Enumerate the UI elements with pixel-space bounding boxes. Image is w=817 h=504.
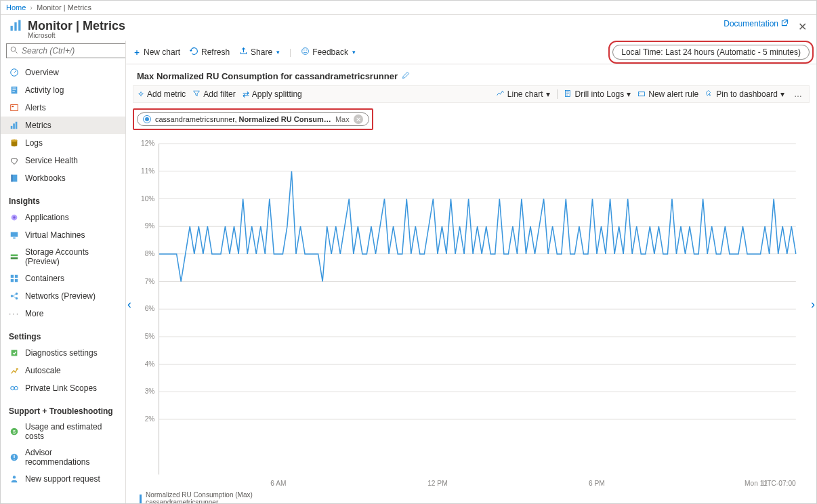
chevron-down-icon: ▾: [546, 89, 550, 99]
share-button[interactable]: Share▾: [239, 47, 280, 58]
edit-title-icon[interactable]: [402, 71, 410, 81]
svg-rect-21: [13, 238, 16, 239]
sidebar-item-networks-preview-[interactable]: Networks (Preview): [1, 287, 125, 305]
svg-point-43: [640, 93, 640, 93]
metric-chip[interactable]: cassandrametricsrunner, Normalized RU Co…: [137, 112, 369, 126]
svg-point-40: [306, 49, 307, 50]
svg-point-38: [302, 48, 309, 55]
sidebar-item-logs[interactable]: Logs: [1, 134, 125, 152]
sidebar-item-private-link-scopes[interactable]: Private Link Scopes: [1, 379, 125, 397]
line-chart-icon: [496, 89, 505, 100]
logs-icon: [564, 89, 572, 100]
page-title: Monitor | Metrics Microsoft: [28, 19, 125, 39]
svg-text:3%: 3%: [145, 387, 155, 395]
more-icon: ···: [9, 308, 20, 319]
chart-nav-left[interactable]: ‹: [127, 297, 131, 312]
remove-chip-icon[interactable]: ✕: [354, 114, 363, 124]
chart-nav-right[interactable]: ›: [811, 297, 815, 312]
time-range-picker[interactable]: Local Time: Last 24 hours (Automatic - 5…: [612, 45, 810, 60]
containers-icon: [9, 273, 20, 284]
content: ＋ New chart Refresh Share▾ |: [126, 41, 816, 503]
drill-into-logs-button[interactable]: Drill into Logs▾: [564, 89, 631, 100]
svg-rect-13: [13, 123, 15, 129]
svg-rect-27: [15, 279, 18, 282]
sidebar-item-advisor-recommendations[interactable]: Advisor recommendations: [1, 444, 125, 470]
chevron-down-icon: ▾: [627, 89, 631, 99]
line-chart[interactable]: 2%3%4%5%6%7%8%9%10%11%12%6 AM12 PM6 PMMo…: [140, 141, 803, 488]
sidebar-item-autoscale[interactable]: Autoscale: [1, 362, 125, 379]
svg-text:6%: 6%: [145, 305, 155, 312]
legend-color-bar: [140, 495, 142, 504]
autoscale-icon: [9, 365, 20, 376]
sidebar-item-storage-accounts-preview-[interactable]: Storage Accounts (Preview): [1, 244, 125, 270]
plus-icon: ＋: [133, 47, 141, 58]
svg-text:6 PM: 6 PM: [589, 480, 605, 487]
sidebar-item-overview[interactable]: Overview: [1, 64, 125, 81]
breadcrumb-current: Monitor | Metrics: [37, 3, 91, 12]
svg-rect-1: [14, 22, 16, 31]
sidebar-item-alerts[interactable]: Alerts: [1, 99, 125, 117]
svg-rect-11: [12, 106, 14, 107]
search-icon: [10, 46, 18, 56]
chevron-right-icon: ›: [30, 3, 33, 12]
chart-type-dropdown[interactable]: Line chart▾: [496, 89, 550, 100]
sidebar-item-metrics[interactable]: Metrics: [1, 117, 125, 134]
sidebar-item-virtual-machines[interactable]: Virtual Machines: [1, 226, 125, 244]
resource-icon: [143, 115, 151, 123]
add-metric-button[interactable]: ✧ Add metric: [138, 89, 186, 99]
sidebar-item-new-support-request[interactable]: New support request: [1, 470, 125, 488]
svg-rect-42: [639, 91, 645, 96]
breadcrumb-home[interactable]: Home: [6, 3, 26, 12]
svg-text:10%: 10%: [141, 195, 154, 203]
svg-point-37: [13, 476, 16, 478]
sidebar-item-more[interactable]: ···More: [1, 305, 125, 322]
sparkle-icon: ✧: [138, 89, 144, 99]
svg-rect-10: [11, 105, 18, 111]
usage-icon: $: [9, 426, 20, 437]
svg-text:7%: 7%: [145, 278, 155, 285]
apply-splitting-button[interactable]: ⇄ Apply splitting: [243, 89, 302, 99]
sidebar-item-diagnostics-settings[interactable]: Diagnostics settings: [1, 344, 125, 362]
sidebar-item-workbooks[interactable]: Workbooks: [1, 169, 125, 187]
svg-text:$: $: [13, 429, 16, 434]
sidebar-item-service-health[interactable]: Service Health: [1, 152, 125, 169]
svg-rect-26: [11, 279, 14, 282]
workbooks-icon: [9, 173, 20, 184]
chevron-down-icon: ▾: [276, 49, 280, 56]
search-input[interactable]: [6, 43, 126, 58]
svg-rect-23: [11, 257, 18, 259]
storage-icon: [9, 251, 20, 262]
refresh-button[interactable]: Refresh: [190, 47, 230, 58]
sidebar-group-header: Support + Troubleshooting: [1, 402, 125, 419]
svg-text:11%: 11%: [141, 167, 154, 175]
sidebar-item-usage-and-estimated-costs[interactable]: $Usage and estimated costs: [1, 419, 125, 444]
sidebar-item-activity-log[interactable]: Activity log: [1, 81, 125, 99]
page-header: Monitor | Metrics Microsoft Documentatio…: [1, 15, 816, 41]
more-icon[interactable]: …: [791, 89, 805, 99]
logs-icon: [9, 138, 20, 148]
sidebar-item-containers[interactable]: Containers: [1, 270, 125, 287]
vm-icon: [9, 230, 20, 240]
legend-metric: Normalized RU Consumption (Max): [146, 491, 253, 499]
close-icon[interactable]: ✕: [797, 19, 808, 35]
new-alert-rule-button[interactable]: New alert rule: [637, 89, 698, 100]
svg-point-28: [11, 295, 14, 297]
metrics-icon: [9, 19, 22, 33]
documentation-link[interactable]: Documentation: [724, 19, 789, 28]
new-chart-button[interactable]: ＋ New chart: [133, 47, 180, 58]
svg-text:9%: 9%: [145, 222, 155, 230]
metric-toolbar: ✧ Add metric Add filter ⇄ Apply splittin…: [133, 85, 810, 103]
feedback-button[interactable]: Feedback▾: [301, 47, 356, 58]
svg-rect-17: [12, 175, 13, 182]
sidebar-item-applications[interactable]: Applications: [1, 209, 125, 226]
svg-line-4: [16, 51, 18, 53]
apps-icon: [9, 212, 20, 223]
svg-text:12%: 12%: [141, 140, 154, 147]
chevron-down-icon: ▾: [352, 49, 356, 56]
svg-point-3: [11, 47, 16, 51]
metrics-icon: [9, 120, 20, 131]
chart-legend: Normalized RU Consumption (Max) cassandr…: [126, 488, 816, 504]
privatelink-icon: [9, 383, 20, 394]
add-filter-button[interactable]: Add filter: [192, 89, 235, 100]
pin-to-dashboard-button[interactable]: Pin to dashboard▾: [705, 89, 784, 100]
